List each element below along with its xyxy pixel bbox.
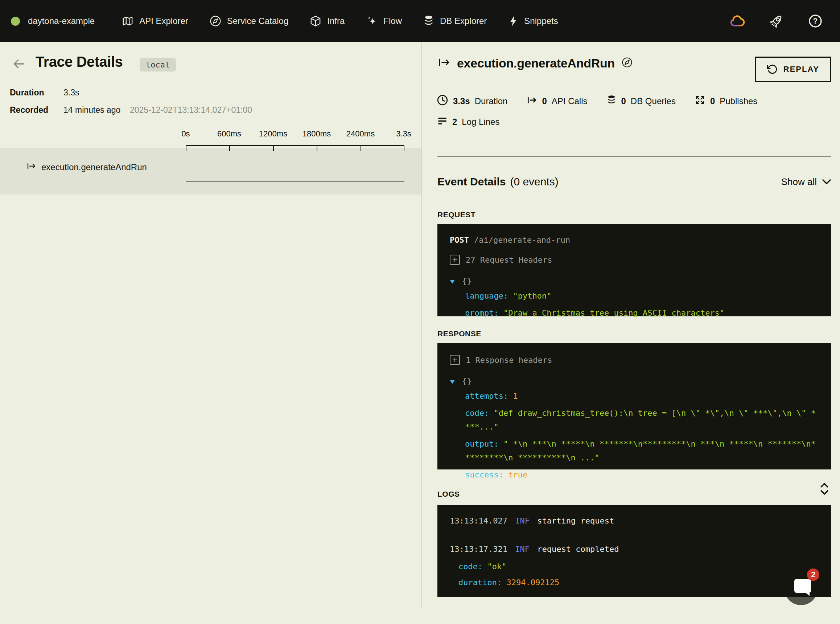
timeline-ruler (186, 145, 404, 151)
event-details-count: (0 events) (510, 176, 558, 188)
stat-api-calls: 0API Calls (526, 94, 587, 108)
request-heading: REQUEST (438, 210, 475, 219)
sparkle-icon (365, 15, 378, 27)
api-call-icon (526, 95, 537, 108)
response-field: attempts: 1 (465, 389, 819, 403)
env-badge: local (140, 58, 176, 71)
top-nav: daytona-example API Explorer Service Cat… (0, 0, 840, 42)
compass-icon (209, 15, 222, 27)
chevron-down-icon (822, 176, 831, 188)
span-title: execution.generateAndRun (457, 56, 615, 70)
replay-icon (767, 64, 778, 75)
map-icon (122, 15, 134, 27)
nav-item-infra[interactable]: Infra (309, 15, 345, 27)
span-stats: 3.3sDuration 0API Calls 0DB Queries 0Pub… (437, 94, 821, 128)
back-button[interactable] (12, 57, 26, 71)
database-icon (423, 15, 435, 27)
show-all-button[interactable]: Show all (781, 176, 831, 188)
response-block: 1 Response headers {} attempts: 1 code: … (438, 343, 831, 470)
api-call-icon (26, 161, 36, 173)
timeline-tick-label: 600ms (217, 129, 241, 139)
timeline-tick-label: 1800ms (302, 129, 331, 139)
nav-item-label: DB Explorer (440, 16, 487, 26)
nav-item-api-explorer[interactable]: API Explorer (122, 15, 188, 27)
response-field: output: " *\n ***\n *****\n *******\n***… (465, 437, 819, 465)
cloud-logo-icon[interactable] (729, 14, 745, 28)
api-call-icon (438, 56, 450, 70)
log-line[interactable]: 13:13:17.321 INF request completed (450, 544, 819, 555)
timeline-tick-label: 0s (181, 129, 190, 139)
http-method: POST (450, 234, 469, 246)
trace-span-label: execution.generateAndRun (42, 162, 147, 172)
app-status-dot-icon (11, 17, 20, 26)
app-menu[interactable]: daytona-example (11, 16, 95, 26)
duration-value: 3.3s (63, 88, 79, 97)
logs-block: 13:13:14.027 INF starting request 13:13:… (438, 505, 831, 597)
response-field: code: "def draw_christmas_tree():\n tree… (465, 406, 819, 434)
request-body-toggle[interactable]: {} (450, 276, 819, 286)
rocket-icon[interactable] (768, 13, 785, 29)
timeline-tick-label: 3.3s (396, 129, 411, 139)
request-block: POST /ai/generate-and-run 27 Request Hea… (438, 224, 831, 317)
timeline-tick-label: 1200ms (259, 129, 287, 139)
triangle-down-icon (450, 377, 455, 386)
log-line[interactable]: 13:13:14.027 INF starting request (450, 515, 819, 527)
help-icon[interactable]: ? (808, 14, 823, 28)
duration-label: Duration (10, 88, 44, 97)
nav-item-label: Flow (383, 16, 402, 26)
http-path: /ai/generate-and-run (474, 234, 570, 246)
trace-span-row[interactable]: execution.generateAndRun (0, 148, 421, 195)
expand-plus-icon (450, 255, 460, 265)
log-lines-icon (437, 115, 448, 128)
cube-icon (309, 15, 322, 27)
nav-item-db-explorer[interactable]: DB Explorer (423, 15, 487, 27)
response-field: success: true (465, 468, 819, 482)
trace-span-bar (186, 181, 404, 182)
expand-plus-icon (450, 355, 460, 365)
recorded-timestamp: 2025-12-02T13:13:14.027+01:00 (130, 105, 252, 115)
app-name: daytona-example (28, 16, 95, 26)
request-field: prompt: "Draw a Christmas tree using ASC… (465, 306, 819, 320)
nav-item-service-catalog[interactable]: Service Catalog (209, 15, 288, 27)
nav-item-label: Service Catalog (227, 16, 288, 26)
replay-button[interactable]: REPLAY (755, 57, 831, 82)
response-heading: RESPONSE (438, 329, 481, 338)
replay-label: REPLAY (783, 65, 819, 74)
triangle-down-icon (450, 276, 455, 286)
logs-heading: LOGS (438, 490, 460, 499)
request-field: language: "python" (465, 289, 819, 303)
nav-item-label: API Explorer (139, 16, 188, 26)
nav-item-label: Snippets (524, 16, 558, 26)
nav-item-snippets[interactable]: Snippets (508, 15, 558, 27)
recorded-label: Recorded (10, 105, 48, 115)
request-headers-toggle[interactable]: 27 Request Headers (450, 255, 819, 265)
clock-icon (437, 94, 448, 108)
expand-collapse-icon[interactable] (819, 482, 830, 498)
svg-text:?: ? (813, 17, 817, 25)
app-screen: daytona-example API Explorer Service Cat… (0, 0, 840, 624)
nav-item-flow[interactable]: Flow (365, 15, 402, 27)
publish-icon (695, 95, 706, 108)
chat-unread-badge: 2 (807, 568, 819, 581)
stat-db-queries: 0DB Queries (606, 94, 676, 108)
section-divider (438, 156, 831, 157)
database-icon (606, 95, 617, 108)
response-headers-toggle[interactable]: 1 Response headers (450, 355, 819, 365)
trace-panel: Trace Details local Duration 3.3s Record… (0, 42, 421, 624)
log-field: duration: 3294.092125 (458, 575, 819, 590)
stat-publishes: 0Publishes (695, 94, 757, 108)
chat-bubble-icon[interactable] (794, 579, 811, 593)
recorded-relative: 14 minutes ago (63, 105, 120, 115)
stat-log-lines: 2Log Lines (437, 115, 821, 128)
span-detail-panel: execution.generateAndRun REPLAY 3.3sDura… (422, 42, 840, 624)
page-title: Trace Details (35, 54, 123, 70)
response-body-toggle[interactable]: {} (450, 377, 819, 386)
timeline-tick-label: 2400ms (346, 129, 375, 139)
compass-icon[interactable] (621, 57, 633, 70)
event-details-title: Event Details (438, 176, 506, 188)
stat-duration: 3.3sDuration (437, 94, 507, 108)
nav-item-label: Infra (327, 16, 345, 26)
lightning-icon (508, 15, 519, 27)
log-field: code: "ok" (458, 559, 819, 574)
